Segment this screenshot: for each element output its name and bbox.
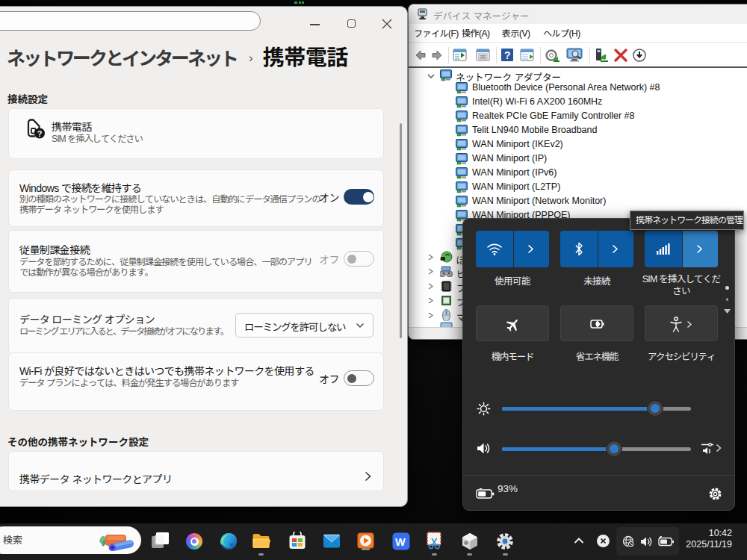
svg-text:W: W	[395, 536, 406, 548]
svg-text:?: ?	[37, 129, 43, 138]
svg-text:?: ?	[504, 49, 511, 61]
